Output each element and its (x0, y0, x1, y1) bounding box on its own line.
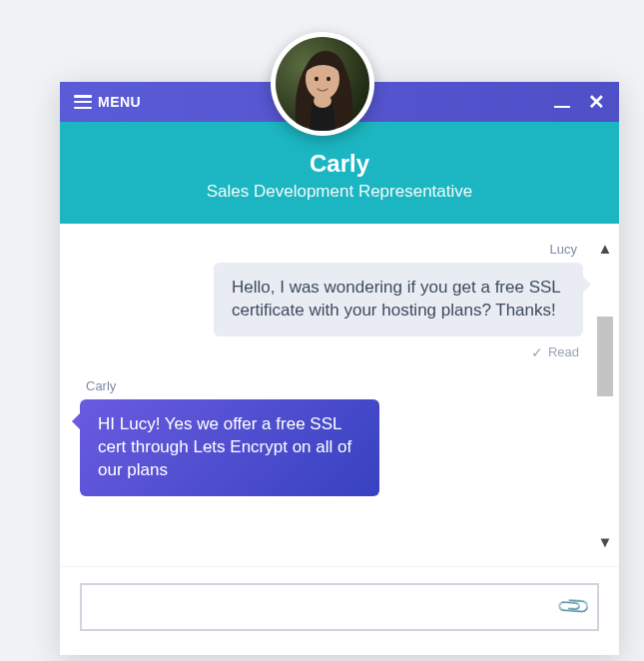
input-area: 📎 (60, 566, 619, 655)
svg-point-4 (326, 77, 330, 81)
attachment-icon[interactable]: 📎 (555, 588, 592, 625)
minimize-icon[interactable] (554, 106, 570, 109)
status-text: Read (548, 344, 579, 359)
scroll-down-icon[interactable]: ▼ (598, 533, 613, 550)
menu-label: MENU (98, 94, 141, 110)
scroll-thumb[interactable] (597, 317, 613, 396)
input-row: 📎 (80, 583, 599, 631)
messages-area: Lucy Hello, I was wondering if you get a… (60, 224, 619, 566)
agent-role: Sales Development Representative (70, 182, 609, 202)
chat-window: MENU ✕ Carly Sales Development Represent… (60, 82, 619, 655)
hamburger-icon (74, 95, 92, 109)
agent-name: Carly (70, 150, 609, 178)
window-controls: ✕ (554, 92, 605, 112)
message-status: ✓ Read (80, 344, 583, 360)
check-icon: ✓ (531, 344, 543, 360)
scroll-rail[interactable] (597, 261, 613, 529)
close-icon[interactable]: ✕ (588, 92, 605, 112)
agent-header: Carly Sales Development Representative (60, 122, 619, 224)
message-bubble-user: Hello, I was wondering if you get a free… (214, 263, 583, 336)
message-sender-agent: Carly (80, 378, 583, 393)
svg-point-2 (314, 94, 331, 108)
menu-button[interactable]: MENU (74, 94, 141, 110)
scrollbar[interactable]: ▲ ▼ (595, 240, 615, 550)
avatar-image (276, 37, 369, 131)
agent-avatar (271, 32, 374, 136)
svg-point-3 (315, 77, 319, 81)
message-sender-user: Lucy (80, 242, 583, 257)
message-bubble-agent: HI Lucy! Yes we offer a free SSL cert th… (80, 399, 379, 496)
chat-input[interactable] (94, 598, 560, 616)
scroll-up-icon[interactable]: ▲ (598, 240, 613, 257)
